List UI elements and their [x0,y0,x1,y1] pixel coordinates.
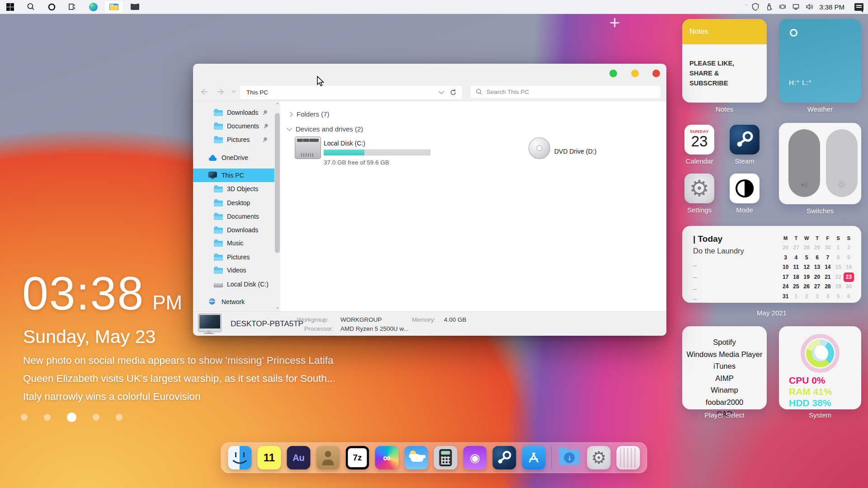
player-select-widget[interactable]: SpotifyWindows Media PlayeriTunesAIMPWin… [682,326,767,409]
mini-calendar-cell: 27 [812,282,822,292]
sidebar-item-label: Pictures [227,136,250,143]
notes-widget[interactable]: Notes PLEASE LIKE, SHARE & SUBSCRIBE [682,19,767,103]
sidebar-item-music[interactable]: Music [193,236,274,250]
dock-app-store-icon[interactable] [522,446,546,469]
sidebar-item-network[interactable]: Network [193,295,274,309]
recent-locations-chevron[interactable] [231,89,236,94]
sidebar-item-pictures[interactable]: Pictures [193,250,274,264]
notes-caption: Notes [682,105,767,113]
group-folders[interactable]: Folders (7) [288,110,330,118]
folder-icon [214,110,223,116]
player-option[interactable]: foobar2000 [682,396,767,408]
volume-switch[interactable] [788,129,820,197]
player-option[interactable]: iTunes [682,360,767,372]
forward-button[interactable] [217,88,226,96]
explorer-body: DownloadsDocumentsPicturesOneDriveThis P… [193,101,666,312]
sidebar-item-documents[interactable]: Documents [193,119,274,133]
usb-icon[interactable] [762,0,776,14]
scrollbar-thumb[interactable] [275,113,280,253]
settings-widget[interactable]: ⚙ [684,174,714,203]
task-view-button[interactable] [62,0,82,14]
back-button[interactable] [199,88,208,96]
dock-audition-icon[interactable]: Au [287,446,311,469]
sidebar-item-3d-objects[interactable]: 3D Objects [193,182,274,196]
taskbar-mail-button[interactable] [125,0,145,14]
sidebar-item-downloads[interactable]: Downloads [193,223,274,237]
system-monitor-widget[interactable]: CPU 0% RAM 41% HDD 38% [779,326,861,409]
pager-dot[interactable] [67,413,76,422]
screen: + ⌃ [0,0,868,488]
weather-widget[interactable]: H:° L:° [779,19,861,103]
scroll-up-icon[interactable]: ⌃ [275,102,279,108]
volume-icon[interactable] [803,0,816,14]
sidebar-item-downloads[interactable]: Downloads [193,106,274,119]
player-option[interactable]: Winamp [682,384,767,396]
sidebar-item-this-pc[interactable]: This PC [193,169,274,182]
file-explorer-icon [109,4,118,10]
folder-icon [214,228,223,234]
sidebar-item-videos[interactable]: Videos [193,263,274,277]
search-input[interactable]: Search This PC [470,85,661,99]
taskbar-clock[interactable]: 3:38 PM [816,3,850,11]
dock-calendar-icon[interactable]: 11 [258,446,281,469]
dock-steam-icon[interactable] [493,446,516,469]
today-empty-slot: – [693,295,697,302]
sidebar-item-desktop[interactable]: Desktop [193,196,274,210]
group-devices[interactable]: Devices and drives (2) [288,125,363,133]
net-icon [208,298,217,305]
window-close-button[interactable] [652,70,660,77]
window-maximize-button[interactable] [631,70,639,77]
defender-shield-icon[interactable] [749,0,762,14]
system-gauge-icon [801,334,840,373]
player-option[interactable]: Windows Media Player [682,348,767,361]
cortana-button[interactable] [42,0,61,14]
taskbar-edge-button[interactable] [83,0,103,14]
camera-icon[interactable] [776,0,789,14]
mini-calendar-cell: 28 [802,243,812,253]
address-dropdown-chevron-icon[interactable] [439,89,444,94]
dock-contacts-icon[interactable] [316,446,340,469]
speaker-icon [799,181,809,189]
dock-trash-icon[interactable] [617,446,640,469]
folder-icon [214,268,223,274]
window-minimize-button[interactable] [609,70,617,77]
sidebar-item-pictures[interactable]: Pictures [193,133,274,146]
mini-calendar-cell: 29 [812,243,822,253]
player-option[interactable]: Spotify [682,336,767,348]
player-option[interactable]: AIMP [682,372,767,385]
weather-caption: Weather [779,105,861,113]
sidebar-scrollbar[interactable]: ⌃ ⌄ [274,101,280,312]
mini-calendar-cell: 3 [780,253,791,263]
processor-label: Processor: [304,325,334,332]
dock-7zip-icon[interactable]: 7z [346,446,369,469]
steam-widget[interactable] [730,125,760,155]
pager-dot[interactable] [21,414,28,421]
sidebar-item-onedrive[interactable]: OneDrive [193,151,274,164]
dock-creative-cloud-icon[interactable]: ∞ [375,446,399,469]
address-bar[interactable]: This PC [239,85,463,100]
pager-dot[interactable] [44,414,51,421]
dock-calculator-icon[interactable] [434,446,458,469]
dock-finder-icon[interactable] [228,446,252,469]
dock-weather-icon[interactable] [405,446,428,469]
taskbar-file-explorer-button[interactable] [104,0,124,14]
calendar-widget[interactable]: SUNDAY 23 [684,125,714,155]
sidebar-item-documents[interactable]: Documents [193,210,274,223]
pager-dot[interactable] [116,414,123,421]
dock-downloads-folder-icon[interactable]: ↓ [558,446,581,469]
action-center-icon[interactable] [854,3,863,11]
sidebar-item-local-disk-c-[interactable]: Local Disk (C:) [193,277,274,291]
network-icon[interactable] [789,0,803,14]
brightness-switch[interactable] [826,129,858,197]
start-button[interactable] [0,0,20,14]
pager-dot[interactable] [93,414,99,421]
dock-settings-icon[interactable]: ⚙ [587,446,611,469]
taskbar-search-button[interactable] [21,0,41,14]
dock-podcasts-icon[interactable]: ◉ [463,446,487,469]
today-widget[interactable]: | Today Do the Laundry – – – – MTWTFSS26… [682,226,861,303]
hidden-icons-chevron[interactable]: ⌃ [744,3,749,9]
scroll-down-icon[interactable]: ⌄ [275,304,279,310]
mode-widget[interactable] [730,174,760,203]
refresh-icon[interactable] [449,89,457,96]
explorer-status-bar: DESKTOP-PBTA5TP Workgroup: WORKGROUP Pro… [193,311,666,336]
